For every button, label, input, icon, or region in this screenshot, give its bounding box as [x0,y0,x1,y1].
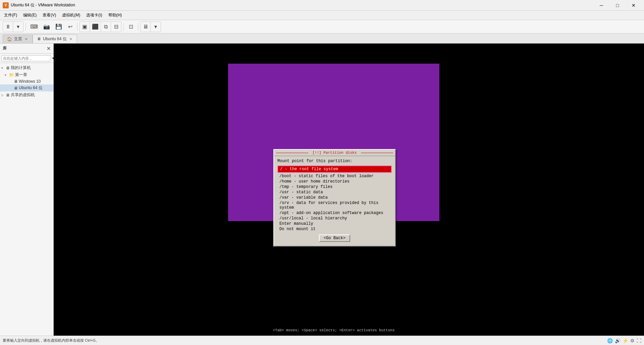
menu-help[interactable]: 帮助(H) [106,12,125,19]
dialog-content: Mount point for this partition: / - the … [274,156,395,246]
sidebar-item-windows10[interactable]: 🖥 Windows 10 [0,78,53,84]
window-title: Ubuntu 64 位 - VMware Workstation [11,2,594,8]
fullscreen-button[interactable]: ⬛ [90,22,101,32]
snapshot-button[interactable]: 💾 [53,22,64,32]
dialog-option-usr[interactable]: /usr - static data [277,190,392,195]
vm-screen[interactable]: [!!] Partition disks Mount point for thi… [54,44,644,336]
toolbar-sep-2 [77,23,77,31]
bottom-bar-icons: 🌐 🔊 ⚡ ⚙ ⛶ [607,338,641,343]
settings-icon[interactable]: ⚙ [630,338,635,343]
dialog-title-line-left [276,153,308,153]
tab-ubuntu-icon: 🖥 [37,37,41,41]
title-bar: V Ubuntu 64 位 - VMware Workstation ─ □ ✕ [0,0,644,11]
sidebar-label-shared-vms: 共享的虚拟机 [11,92,35,98]
sidebar-label-chapter1: 第一章 [15,72,27,78]
shared-vms-icon: 🖥 [6,93,10,97]
dialog-option-var[interactable]: /var - variable data [277,195,392,200]
vm-icon-win10: 🖥 [14,79,18,84]
menu-vm[interactable]: 虚拟机(M) [59,12,83,19]
bottom-status-text: 要将输入定向到虚拟机，请在虚拟机内部单击或按 Ctrl+G。 [3,338,99,343]
toolbar-sep-3 [123,23,124,31]
normal-view-button[interactable]: ▣ [80,22,90,32]
minimize-button[interactable]: ─ [594,0,609,11]
network-icon[interactable]: 🌐 [607,338,613,343]
tab-bar: 🏠 主页 ✕ 🖥 Ubuntu 64 位 ✕ [0,33,644,44]
dialog-option-boot[interactable]: /boot - static files of the boot loader [277,174,392,179]
vm-hint-container: <Tab> moves; <Space> selects; <Enter> ac… [228,328,439,332]
sidebar-label-win10: Windows 10 [19,79,41,84]
display-dropdown[interactable]: ▾ [151,22,161,32]
dialog-prompt-text: Mount point for this partition: [277,159,392,163]
tab-ubuntu[interactable]: 🖥 Ubuntu 64 位 ✕ [33,34,77,43]
revert-button[interactable]: ↩ [65,22,75,32]
audio-icon[interactable]: 🔊 [615,338,621,343]
dialog-button-row: <Go Back> [277,232,392,243]
menu-tabs[interactable]: 选项卡(I) [84,12,105,19]
sidebar: 库 ✕ ▾ ▾ 🖥 我的计算机 ▾ 📁 第一章 🖥 Win [0,44,54,336]
bottom-status-bar: 要将输入定向到虚拟机，请在虚拟机内部单击或按 Ctrl+G。 🌐 🔊 ⚡ ⚙ ⛶ [0,336,644,345]
dialog-option-opt[interactable]: /opt - add-on application software packa… [277,210,392,216]
tab-home-label: 主页 [14,36,22,42]
tab-ubuntu-close[interactable]: ✕ [69,37,73,41]
dialog-title-line-right [361,153,393,153]
power-button[interactable]: ⏸ [3,22,13,32]
dialog-option-do-not-mount[interactable]: Do not mount it [277,226,392,232]
dialog-option-usr-local[interactable]: /usr/local - local hierarchy [277,216,392,221]
close-button[interactable]: ✕ [626,0,641,11]
view-dropdown[interactable]: ⊟ [111,22,121,32]
vm-area[interactable]: [!!] Partition disks Mount point for thi… [54,44,644,336]
sidebar-item-ubuntu64[interactable]: 🖥 Ubuntu 64 位 [0,84,53,91]
dialog-title-text: [!!] Partition disks [310,151,359,155]
tab-ubuntu-label: Ubuntu 64 位 [43,36,67,42]
dialog-selected-option[interactable]: / - the root file system [277,165,392,173]
dialog-option-home[interactable]: /home - user home directories [277,179,392,184]
dialog-option-tmp[interactable]: /tmp - temporary files [277,184,392,190]
display-toolbar-group: 🖥 ▾ [140,21,161,32]
computer-icon: 🖥 [6,66,10,70]
tree-expand-my-computer: ▾ [1,66,5,70]
folder-icon-chapter1: 📁 [9,73,14,77]
fit-button[interactable]: ⊡ [126,22,136,32]
menu-bar: 文件(F) 编辑(E) 查看(V) 虚拟机(M) 选项卡(I) 帮助(H) [0,11,644,20]
dialog-title-bar: [!!] Partition disks [274,150,395,156]
sidebar-close-button[interactable]: ✕ [47,46,51,51]
display-button[interactable]: 🖥 [141,22,151,32]
menu-file[interactable]: 文件(F) [1,12,20,19]
sidebar-search-input[interactable] [1,55,51,61]
main-content: 库 ✕ ▾ ▾ 🖥 我的计算机 ▾ 📁 第一章 🖥 Win [0,44,644,336]
tab-home-close[interactable]: ✕ [24,37,28,41]
toolbar-sep-4 [138,23,138,31]
app-icon: V [3,2,9,8]
sidebar-item-my-computer[interactable]: ▾ 🖥 我的计算机 [0,64,53,71]
sidebar-title: 库 [3,46,7,51]
sidebar-header: 库 ✕ [0,44,53,54]
view-toolbar-group: ▣ ⬛ ⧉ ⊟ [79,21,121,32]
go-back-button[interactable]: <Go Back> [319,234,350,242]
power-dropdown[interactable]: ▾ [13,22,23,32]
sidebar-tree: ▾ 🖥 我的计算机 ▾ 📁 第一章 🖥 Windows 10 🖥 Ubuntu … [0,63,53,336]
tab-home[interactable]: 🏠 主页 ✕ [3,34,33,43]
tab-home-icon: 🏠 [7,37,12,42]
sidebar-item-shared-vms[interactable]: ▷ 🖥 共享的虚拟机 [0,91,53,98]
menu-edit[interactable]: 编辑(E) [20,12,39,19]
toolbar-sep-1 [25,23,26,31]
usb-icon[interactable]: ⚡ [623,338,628,343]
sidebar-label-my-computer: 我的计算机 [11,65,31,71]
fullscreen-bottom-icon[interactable]: ⛶ [637,338,641,343]
vm-hint-text: <Tab> moves; <Space> selects; <Enter> ac… [273,328,394,332]
app-icon-text: V [5,3,7,7]
maximize-button[interactable]: □ [610,0,625,11]
menu-view[interactable]: 查看(V) [40,12,59,19]
partition-dialog[interactable]: [!!] Partition disks Mount point for thi… [273,149,396,247]
send-ctrl-alt-del-button[interactable]: ⌨ [28,22,40,32]
sidebar-search-bar: ▾ [0,54,53,63]
vm-icon-ubuntu64: 🖥 [14,86,18,90]
power-toolbar-group: ⏸ ▾ [3,21,23,32]
unity-button[interactable]: ⧉ [101,22,111,32]
dialog-option-enter-manually[interactable]: Enter manually [277,221,392,226]
screenshot-button[interactable]: 📷 [41,22,52,32]
dialog-option-srv[interactable]: /srv - data for services provided by thi… [277,200,392,210]
sidebar-item-chapter1[interactable]: ▾ 📁 第一章 [0,71,53,78]
toolbar: ⏸ ▾ ⌨ 📷 💾 ↩ ▣ ⬛ ⧉ ⊟ ⊡ 🖥 ▾ [0,20,644,33]
window-controls: ─ □ ✕ [594,0,641,11]
